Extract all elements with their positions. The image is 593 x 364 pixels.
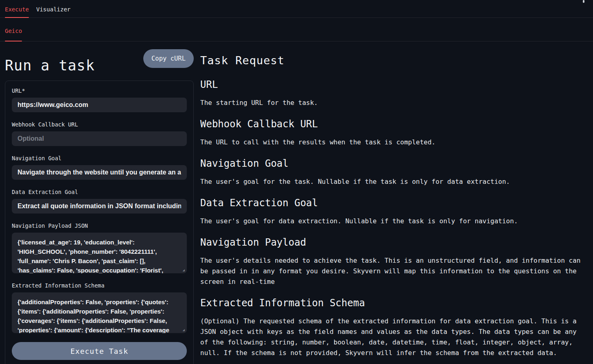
top-tab-bar: Execute Visualizer: [0, 0, 593, 18]
navigation-goal-label: Navigation Goal: [12, 155, 187, 162]
tab-geico[interactable]: Geico: [5, 28, 22, 41]
copy-curl-button[interactable]: Copy cURL: [143, 49, 194, 68]
doc-body: The URL to call with the results when th…: [200, 137, 582, 148]
doc-heading: Navigation Payload: [200, 236, 582, 249]
field-navigation-goal: Navigation Goal: [12, 155, 187, 180]
extracted-information-schema-textarea[interactable]: {'additionalProperties': False, 'propert…: [12, 292, 187, 333]
doc-section-webhook-callback-url: Webhook Callback URL The URL to call wit…: [200, 118, 582, 148]
doc-section-navigation-payload: Navigation Payload The user's details ne…: [200, 236, 582, 287]
doc-body: The user's details needed to achieve the…: [200, 255, 582, 287]
run-task-panel: Run a task Copy cURL URL* Webhook Callba…: [5, 41, 194, 364]
url-input[interactable]: [12, 98, 187, 112]
field-webhook-callback-url: Webhook Callback URL: [12, 121, 187, 146]
extracted-information-schema-label: Extracted Information Schema: [12, 282, 187, 289]
doc-section-url: URL The starting URL for the task.: [200, 78, 582, 108]
doc-section-data-extraction-goal: Data Extraction Goal The user's goal for…: [200, 197, 582, 227]
field-navigation-payload-json: Navigation Payload JSON {'licensed_at_ag…: [12, 222, 187, 273]
url-label: URL*: [12, 87, 187, 94]
data-extraction-goal-input[interactable]: [12, 199, 187, 214]
task-request-docs-panel: Task Request URL The starting URL for th…: [200, 41, 582, 364]
navigation-payload-json-textarea[interactable]: {'licensed_at_age': 19, 'education_level…: [12, 233, 187, 273]
task-form-card: URL* Webhook Callback URL Navigation Goa…: [5, 81, 194, 364]
field-extracted-information-schema: Extracted Information Schema {'additiona…: [12, 282, 187, 333]
doc-body: The user's goal for data extraction. Nul…: [200, 216, 582, 227]
docs-title: Task Request: [200, 53, 582, 68]
doc-heading: Extracted Information Schema: [200, 297, 582, 310]
navigation-payload-json-label: Navigation Payload JSON: [12, 222, 187, 229]
tab-execute[interactable]: Execute: [5, 6, 29, 17]
doc-body: The starting URL for the task.: [200, 98, 582, 108]
task-tab-bar: Geico: [0, 18, 593, 41]
doc-heading: Data Extraction Goal: [200, 197, 582, 209]
doc-section-extracted-information-schema: Extracted Information Schema (Optional) …: [200, 297, 582, 358]
main-content: Run a task Copy cURL URL* Webhook Callba…: [0, 41, 593, 364]
doc-heading: Navigation Goal: [200, 157, 582, 170]
run-task-header: Run a task Copy cURL: [5, 49, 194, 74]
tab-visualizer[interactable]: Visualizer: [36, 6, 70, 17]
doc-heading: URL: [200, 78, 582, 91]
page-title: Run a task: [5, 49, 95, 74]
doc-body: (Optional) The requested schema of the e…: [200, 316, 582, 358]
webhook-callback-url-input[interactable]: [12, 131, 187, 146]
webhook-callback-url-label: Webhook Callback URL: [12, 121, 187, 128]
data-extraction-goal-label: Data Extraction Goal: [12, 189, 187, 196]
navigation-goal-input[interactable]: [12, 165, 187, 180]
doc-heading: Webhook Callback URL: [200, 118, 582, 131]
execute-task-button[interactable]: Execute Task: [12, 342, 187, 360]
doc-section-navigation-goal: Navigation Goal The user's goal for the …: [200, 157, 582, 187]
field-data-extraction-goal: Data Extraction Goal: [12, 189, 187, 214]
doc-body: The user's goal for the task. Nullable i…: [200, 177, 582, 187]
field-url: URL*: [12, 87, 187, 112]
vertical-scrollbar-thumb[interactable]: [583, 0, 584, 3]
